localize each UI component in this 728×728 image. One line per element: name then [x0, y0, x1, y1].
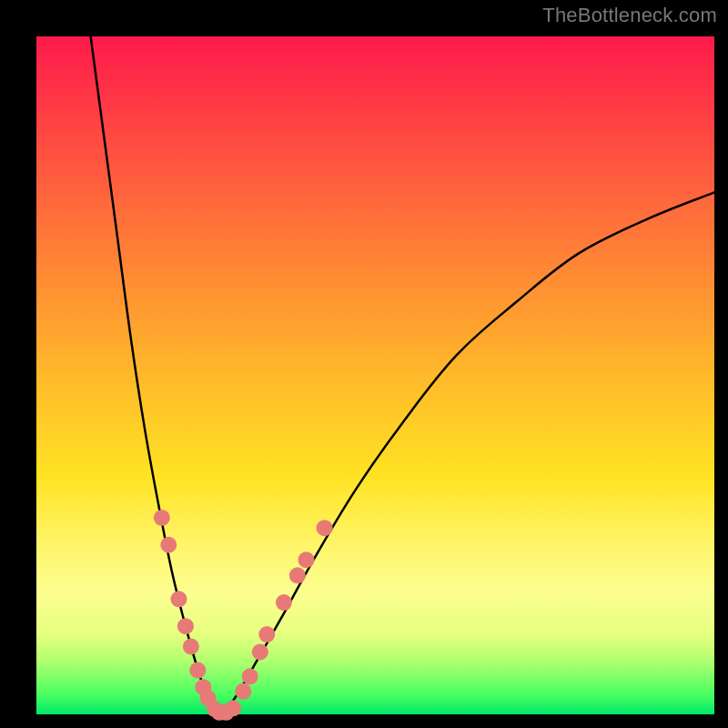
- data-marker: [276, 594, 292, 611]
- curve-right-branch: [219, 192, 714, 714]
- data-marker: [289, 567, 306, 583]
- data-marker: [235, 683, 251, 700]
- plot-area: [36, 36, 714, 714]
- curve-group: [91, 36, 714, 714]
- watermark-text: TheBottleneck.com: [542, 4, 717, 27]
- data-marker: [154, 510, 170, 526]
- chart-svg: [36, 36, 714, 714]
- data-marker: [317, 520, 333, 536]
- data-marker: [170, 591, 187, 607]
- data-marker: [252, 643, 268, 660]
- data-marker: [160, 537, 177, 553]
- data-marker: [225, 700, 241, 716]
- data-marker: [242, 668, 258, 684]
- data-marker: [189, 662, 206, 679]
- marker-group: [154, 510, 333, 721]
- curve-left-branch: [91, 36, 220, 714]
- data-marker: [183, 639, 199, 655]
- chart-frame: TheBottleneck.com: [0, 0, 728, 728]
- data-marker: [177, 618, 194, 634]
- data-marker: [258, 626, 275, 642]
- data-marker: [298, 551, 315, 568]
